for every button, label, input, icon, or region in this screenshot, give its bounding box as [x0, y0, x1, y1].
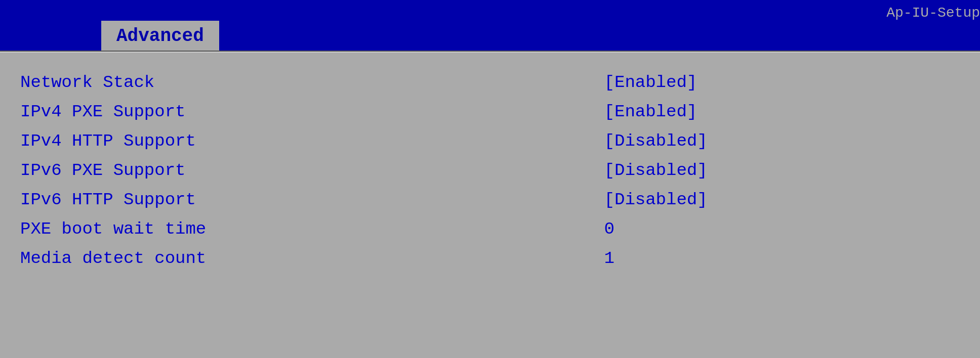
- setting-label-5: PXE boot wait time: [20, 214, 584, 244]
- setting-label-2: IPv4 HTTP Support: [20, 126, 584, 156]
- setting-value-5[interactable]: 0: [584, 214, 960, 244]
- tab-advanced[interactable]: Advanced: [101, 21, 219, 51]
- top-bar: Advanced Ap-IU-Setup: [0, 0, 980, 51]
- setting-label-6: Media detect count: [20, 244, 584, 273]
- settings-row-0[interactable]: Network Stack[Enabled]: [20, 68, 960, 97]
- setting-label-1: IPv4 PXE Support: [20, 97, 584, 126]
- settings-row-3[interactable]: IPv6 PXE Support[Disabled]: [20, 156, 960, 185]
- settings-table: Network Stack[Enabled]IPv4 PXE Support[E…: [20, 68, 960, 273]
- setting-value-2[interactable]: [Disabled]: [584, 126, 960, 156]
- bios-title-partial: Ap-IU-Setup: [886, 5, 980, 21]
- settings-row-6[interactable]: Media detect count1: [20, 244, 960, 273]
- setting-label-3: IPv6 PXE Support: [20, 156, 584, 185]
- settings-row-1[interactable]: IPv4 PXE Support[Enabled]: [20, 97, 960, 126]
- bios-screen: Advanced Ap-IU-Setup Network Stack[Enabl…: [0, 0, 980, 358]
- main-content: Network Stack[Enabled]IPv4 PXE Support[E…: [0, 53, 980, 288]
- setting-value-6[interactable]: 1: [584, 244, 960, 273]
- setting-value-3[interactable]: [Disabled]: [584, 156, 960, 185]
- setting-value-0[interactable]: [Enabled]: [584, 68, 960, 97]
- setting-value-1[interactable]: [Enabled]: [584, 97, 960, 126]
- settings-row-4[interactable]: IPv6 HTTP Support[Disabled]: [20, 185, 960, 214]
- setting-value-4[interactable]: [Disabled]: [584, 185, 960, 214]
- settings-row-2[interactable]: IPv4 HTTP Support[Disabled]: [20, 126, 960, 156]
- setting-label-0: Network Stack: [20, 68, 584, 97]
- setting-label-4: IPv6 HTTP Support: [20, 185, 584, 214]
- settings-row-5[interactable]: PXE boot wait time0: [20, 214, 960, 244]
